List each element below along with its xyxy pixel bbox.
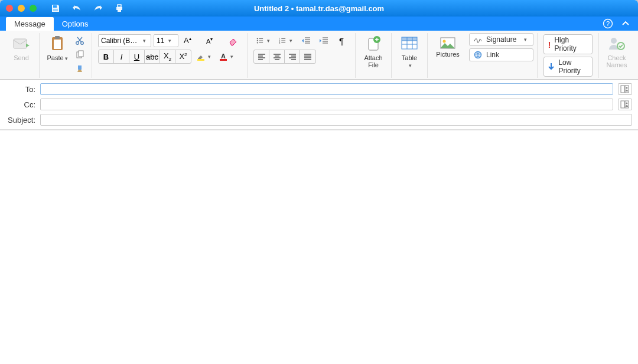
message-body[interactable] (0, 130, 638, 364)
svg-point-21 (257, 42, 258, 43)
group-priority: ! High Priority Low Priority (538, 33, 599, 78)
tab-options[interactable]: Options (54, 17, 97, 31)
check-names-icon (608, 34, 626, 53)
collapse-ribbon-icon[interactable] (620, 18, 631, 29)
signature-icon (473, 35, 483, 44)
svg-rect-16 (197, 59, 204, 61)
address-book-icon (620, 100, 630, 109)
send-button[interactable]: Send (7, 33, 35, 63)
svg-point-11 (76, 42, 79, 45)
table-button[interactable]: Table ▾ (395, 33, 424, 70)
clear-formatting-button[interactable] (226, 34, 241, 47)
cc-address-book-button[interactable] (618, 99, 632, 110)
quick-access-toolbar (51, 4, 124, 13)
send-icon (12, 34, 31, 53)
strikethrough-button[interactable]: abc (145, 50, 160, 63)
signature-button[interactable]: Signature▾ (469, 33, 533, 46)
ribbon: Send Paste▾ (0, 31, 638, 80)
message-header-fields: To: Cc: Subject: (0, 80, 638, 130)
traffic-lights (6, 5, 37, 12)
justify-button[interactable] (300, 50, 315, 63)
group-attach: AttachFile (356, 33, 392, 78)
svg-point-32 (611, 38, 617, 44)
copy-button[interactable] (73, 48, 87, 61)
to-address-book-button[interactable] (618, 83, 632, 95)
svg-rect-4 (118, 9, 121, 12)
svg-text:A: A (221, 53, 226, 60)
group-pictures-link: Pictures Signature▾ Link (428, 33, 538, 78)
pictures-button[interactable]: Pictures (431, 35, 464, 59)
subject-label: Subject: (4, 116, 35, 124)
ribbon-tab-strip: Message Options ? (0, 17, 638, 31)
save-icon[interactable] (51, 4, 60, 13)
numbering-button[interactable]: 123▾ (276, 34, 296, 47)
italic-button[interactable]: I (114, 50, 129, 63)
cc-field[interactable] (40, 99, 613, 110)
group-send: Send (4, 33, 40, 78)
print-icon[interactable] (115, 4, 124, 13)
check-names-button[interactable]: CheckNames (603, 33, 631, 70)
svg-point-12 (81, 42, 84, 45)
bullets-icon (256, 37, 263, 45)
bullets-button[interactable]: ▾ (253, 34, 274, 47)
low-priority-icon (548, 63, 555, 71)
highlight-color-button[interactable]: ▾ (194, 50, 214, 63)
low-priority-button[interactable]: Low Priority (543, 57, 593, 77)
svg-rect-7 (14, 39, 27, 48)
subscript-button[interactable]: X2 (160, 50, 175, 63)
link-icon (473, 51, 483, 59)
svg-rect-18 (220, 59, 227, 61)
table-icon (401, 34, 418, 53)
svg-rect-35 (625, 86, 629, 93)
paste-icon (48, 34, 67, 53)
cut-button[interactable] (73, 34, 87, 47)
align-center-button[interactable] (269, 50, 285, 63)
align-right-button[interactable] (285, 50, 300, 63)
shrink-font-button[interactable]: A▾ (203, 34, 223, 47)
show-marks-button[interactable]: ¶ (334, 34, 349, 47)
minimize-window-button[interactable] (18, 5, 25, 12)
font-color-icon: A (219, 53, 227, 61)
outdent-icon (301, 37, 311, 45)
eraser-icon (228, 35, 239, 46)
cc-label: Cc: (4, 100, 35, 109)
numbering-icon: 123 (279, 37, 286, 45)
undo-icon[interactable] (72, 4, 82, 13)
svg-point-36 (626, 87, 628, 89)
attach-file-button[interactable]: AttachFile (359, 33, 388, 70)
format-painter-button[interactable] (73, 63, 87, 76)
attach-icon (365, 34, 382, 53)
group-table: Table ▾ (392, 33, 428, 78)
highlight-icon (197, 53, 205, 61)
paste-button[interactable]: Paste▾ (43, 33, 71, 63)
close-window-button[interactable] (6, 5, 13, 12)
grow-font-button[interactable]: A▴ (181, 34, 201, 47)
bold-button[interactable]: B (99, 50, 114, 63)
zoom-window-button[interactable] (30, 5, 37, 12)
increase-indent-button[interactable] (316, 34, 331, 47)
font-family-select[interactable]: Calibri (Bo…▾ (98, 34, 151, 47)
font-size-select[interactable]: 11▾ (154, 34, 178, 47)
decrease-indent-button[interactable] (298, 34, 314, 47)
to-label: To: (4, 85, 35, 94)
svg-rect-10 (55, 36, 60, 39)
redo-icon[interactable] (93, 4, 103, 13)
brush-icon (75, 64, 84, 74)
underline-button[interactable]: U (129, 50, 145, 63)
link-button[interactable]: Link (469, 48, 533, 61)
group-paragraph: ▾ 123▾ ¶ (248, 33, 356, 78)
superscript-button[interactable]: X2 (175, 50, 191, 63)
tab-message[interactable]: Message (6, 17, 54, 31)
svg-text:?: ? (606, 20, 610, 27)
font-color-button[interactable]: A▾ (216, 50, 236, 63)
subject-field[interactable] (40, 114, 632, 126)
high-priority-button[interactable]: ! High Priority (543, 34, 593, 54)
group-clipboard: Paste▾ (40, 33, 92, 78)
align-left-button[interactable] (254, 50, 269, 63)
to-field[interactable] (40, 83, 613, 95)
svg-rect-0 (53, 5, 57, 8)
help-icon[interactable]: ? (603, 18, 613, 29)
svg-rect-9 (54, 40, 61, 49)
title-bar: Untitled 2 • tamal.tr.das@gmail.com (0, 0, 638, 17)
copy-icon (75, 50, 84, 60)
